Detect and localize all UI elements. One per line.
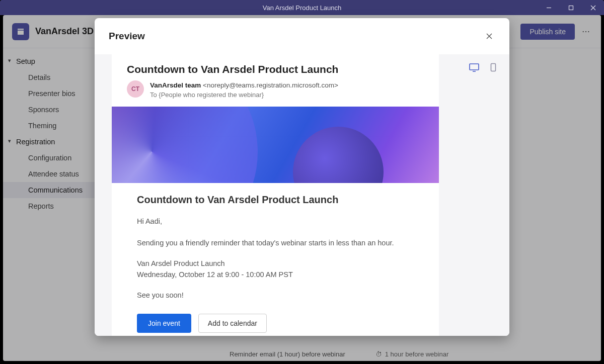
- email-greeting: Hi Aadi,: [137, 216, 414, 227]
- email-event-name: Van Arsdel Product Launch: [137, 258, 414, 269]
- email-subject: Countdown to Van Arsdel Product Launch: [127, 63, 424, 75]
- email-body-title: Countdown to Van Arsdel Product Launch: [137, 194, 414, 206]
- add-to-calendar-button[interactable]: Add to calendar: [198, 314, 267, 333]
- email-header: Countdown to Van Arsdel Product Launch C…: [112, 54, 439, 107]
- svg-rect-6: [470, 64, 479, 70]
- recipient-line: To {People who registered the webinar}: [150, 90, 338, 100]
- mobile-view-button[interactable]: [487, 62, 499, 72]
- preview-modal: Preview Countdown to Van Arsdel Product …: [95, 18, 509, 336]
- email-preview-card: Countdown to Van Arsdel Product Launch C…: [112, 54, 439, 336]
- email-reminder-text: Sending you a friendly reminder that tod…: [137, 237, 414, 248]
- email-event-time: Wednesday, October 12 at 9:00 - 10:00 AM…: [137, 269, 414, 281]
- modal-body: Countdown to Van Arsdel Product Launch C…: [95, 54, 509, 336]
- sender-email: <noreply@teams.registration.microsoft.co…: [203, 81, 338, 89]
- window-minimize-button[interactable]: [538, 0, 560, 15]
- window-maximize-button[interactable]: [560, 0, 582, 15]
- window-titlebar: Van Arsdel Product Launch: [0, 0, 604, 15]
- email-closing: See you soon!: [137, 290, 414, 301]
- svg-rect-8: [491, 64, 496, 71]
- desktop-view-button[interactable]: [468, 62, 480, 72]
- device-toggle: [468, 62, 499, 72]
- modal-close-button[interactable]: [483, 30, 495, 42]
- modal-title: Preview: [109, 31, 145, 42]
- email-body: Countdown to Van Arsdel Product Launch H…: [112, 183, 439, 336]
- window-controls: [538, 0, 604, 15]
- modal-overlay[interactable]: Preview Countdown to Van Arsdel Product …: [3, 15, 601, 361]
- window-close-button[interactable]: [582, 0, 604, 15]
- email-hero-image: [112, 107, 439, 183]
- sender-name: VanArsdel team: [150, 81, 201, 89]
- join-event-button[interactable]: Join event: [137, 314, 191, 333]
- email-event-block: Van Arsdel Product Launch Wednesday, Oct…: [137, 258, 414, 281]
- window-title: Van Arsdel Product Launch: [263, 4, 342, 12]
- sender-avatar: CT: [127, 80, 144, 98]
- svg-rect-1: [569, 6, 573, 10]
- modal-header: Preview: [95, 18, 509, 54]
